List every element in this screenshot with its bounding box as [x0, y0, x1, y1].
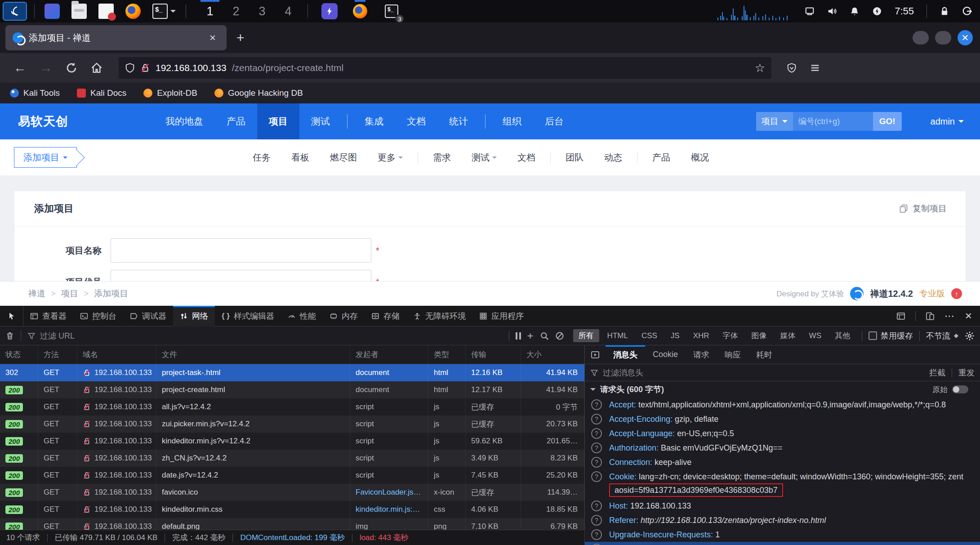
tab-burndown[interactable]: 燃尽图	[320, 152, 367, 164]
power-manager-icon[interactable]	[872, 6, 882, 16]
network-settings-gear-icon[interactable]	[965, 331, 975, 341]
nav-integration[interactable]: 集成	[353, 103, 395, 139]
tab-close-icon[interactable]: ×	[206, 31, 219, 44]
nav-stats[interactable]: 统计	[437, 103, 480, 139]
tab-cookies[interactable]: Cookie	[645, 345, 686, 364]
filter-all[interactable]: 所有	[573, 329, 599, 342]
text-editor-icon[interactable]	[98, 4, 114, 19]
terminal-launcher-icon[interactable]: $_	[152, 4, 168, 19]
header-row[interactable]: Connection: keep-alive	[585, 455, 980, 469]
hotkeys-app-icon[interactable]	[321, 3, 338, 19]
iframe-picker-icon[interactable]	[896, 312, 905, 321]
header-row[interactable]: Upgrade-Insecure-Requests: 1	[585, 527, 980, 542]
table-row[interactable]: 200 GET 192.168.100.133 all.js?v=12.4.2 …	[0, 398, 584, 415]
tab-test[interactable]: 测试	[461, 152, 507, 164]
file-manager-icon[interactable]	[71, 4, 87, 19]
bookmark-kali-tools[interactable]: Kali Tools	[10, 88, 60, 98]
crumb-zentao[interactable]: 禅道	[28, 288, 45, 299]
col-method[interactable]: 方法	[38, 345, 77, 364]
header-row[interactable]: Referer: http://192.168.100.133/zentao/p…	[585, 513, 980, 527]
tab-kanban[interactable]: 看板	[281, 152, 320, 164]
header-row[interactable]: Accept: text/html,application/xhtml+xml,…	[585, 398, 980, 412]
tab-request[interactable]: 请求	[686, 345, 717, 364]
workspace-2[interactable]: 2	[223, 0, 249, 22]
designed-by[interactable]: Designed by 艾体验	[776, 289, 844, 299]
devtools-close-icon[interactable]: ×	[965, 309, 972, 323]
tab-console[interactable]: 控制台	[73, 306, 123, 326]
col-status[interactable]: 状态	[0, 345, 38, 364]
nav-doc[interactable]: 文档	[395, 103, 437, 139]
tab-performance[interactable]: 性能	[281, 306, 323, 326]
table-row[interactable]: 200 GET 192.168.100.133 zh_CN.js?v=12.4.…	[0, 450, 584, 467]
tab-accessibility[interactable]: 无障碍环境	[406, 306, 472, 326]
bookmark-star-icon[interactable]: ☆	[755, 61, 765, 75]
raw-toggle-control[interactable]: 原始	[932, 384, 975, 395]
block-requests-icon[interactable]	[555, 331, 564, 340]
project-code-input[interactable]	[111, 270, 371, 281]
disable-cache-checkbox[interactable]	[869, 331, 877, 340]
filter-js[interactable]: JS	[665, 330, 685, 342]
filter-css[interactable]: CSS	[636, 330, 663, 342]
edition-label[interactable]: 专业版	[919, 288, 945, 299]
raw-toggle-switch[interactable]	[952, 385, 968, 393]
filter-images[interactable]: 图像	[746, 329, 772, 342]
nav-organization[interactable]: 组织	[491, 103, 533, 139]
table-row[interactable]: 200 GET 192.168.100.133 default.png img …	[0, 518, 584, 530]
header-row[interactable]: Accept-Language: en-US,en;q=0.5	[585, 426, 980, 441]
tab-storage[interactable]: 存储	[365, 306, 406, 326]
block-button[interactable]: 拦截	[929, 367, 945, 378]
filter-media[interactable]: 媒体	[775, 329, 801, 342]
col-type[interactable]: 类型	[428, 345, 466, 364]
nav-product[interactable]: 产品	[215, 103, 257, 139]
reload-icon[interactable]	[66, 62, 77, 74]
header-row[interactable]: Authorization: Basic emVudGFvOjEyMzQ1Ng=…	[585, 441, 980, 455]
table-row[interactable]: 200 GET 192.168.100.133 kindeditor.min.c…	[0, 501, 584, 518]
table-row[interactable]: 200 GET 192.168.100.133 favicon.ico Favi…	[0, 484, 584, 501]
zentao-version[interactable]: 禅道12.4.2	[870, 288, 913, 300]
home-icon[interactable]	[91, 62, 102, 74]
maximize-button[interactable]	[935, 31, 951, 45]
bookmark-exploit-db[interactable]: Exploit-DB	[143, 88, 197, 98]
logout-icon[interactable]	[962, 6, 972, 16]
search-scope-dropdown[interactable]: 项目	[756, 112, 793, 131]
tracking-shield-icon[interactable]	[125, 63, 135, 73]
nav-my-space[interactable]: 我的地盘	[154, 103, 215, 139]
display-settings-icon[interactable]	[805, 6, 815, 16]
crumb-project[interactable]: 项目	[61, 288, 78, 299]
kali-menu-button[interactable]	[3, 2, 27, 21]
col-domain[interactable]: 域名	[77, 345, 156, 364]
desktop-app-icon[interactable]	[45, 4, 60, 19]
clear-requests-trash-icon[interactable]	[5, 331, 14, 340]
tab-dynamic[interactable]: 动态	[594, 152, 633, 164]
request-headers-section[interactable]: 请求头 (600 字节) 原始	[585, 381, 980, 398]
tab-team[interactable]: 团队	[555, 152, 594, 164]
col-file[interactable]: 文件	[156, 345, 350, 364]
table-row[interactable]: 200 GET 192.168.100.133 date.js?v=12.4.2…	[0, 467, 584, 484]
filter-url-input[interactable]: 过滤 URL	[27, 331, 503, 341]
tab-headers[interactable]: 消息头	[606, 345, 645, 364]
project-name-input[interactable]	[111, 238, 371, 263]
tab-more[interactable]: 更多	[367, 152, 413, 164]
upgrade-badge-icon[interactable]: ↑	[951, 288, 962, 299]
volume-icon[interactable]	[827, 6, 837, 16]
workspace-1[interactable]: 1	[197, 0, 223, 22]
pocket-shield-icon[interactable]	[787, 63, 797, 73]
brand-logo[interactable]: 易软天创	[18, 113, 68, 130]
throttle-dropdown[interactable]: 不节流	[926, 331, 958, 341]
bookmark-kali-docs[interactable]: Kali Docs	[77, 88, 126, 98]
help-icon[interactable]	[591, 414, 602, 424]
terminal-running-icon[interactable]: $_ 3	[383, 0, 401, 22]
help-icon[interactable]	[591, 471, 602, 482]
close-window-button[interactable]: ✕	[958, 30, 973, 45]
pause-traffic-icon[interactable]	[516, 332, 521, 340]
tab-product[interactable]: 产品	[642, 152, 681, 164]
chevron-down-icon[interactable]	[170, 10, 176, 15]
help-icon[interactable]	[591, 399, 602, 410]
responsive-mode-icon[interactable]	[926, 312, 935, 321]
help-icon[interactable]	[591, 500, 602, 511]
table-row[interactable]: 200 GET 192.168.100.133 kindeditor.min.j…	[0, 433, 584, 450]
header-row[interactable]: Host: 192.168.100.133	[585, 499, 980, 513]
workspace-4[interactable]: 4	[275, 0, 301, 22]
minimize-button[interactable]	[913, 31, 929, 45]
filter-ws[interactable]: WS	[804, 330, 827, 342]
